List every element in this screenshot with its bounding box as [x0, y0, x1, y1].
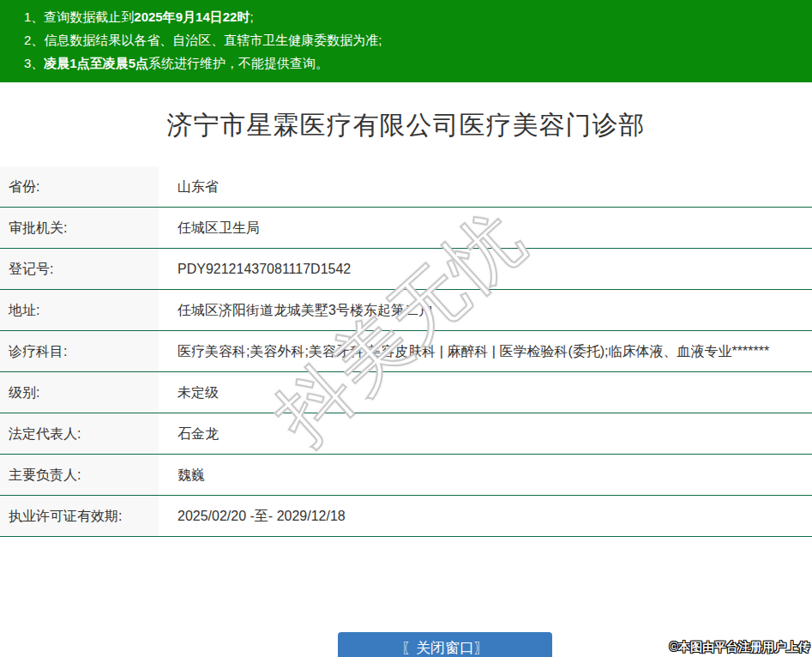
table-row-main-person-in-charge: 主要负责人: 魏巍: [0, 455, 812, 496]
notice-text: 查询数据截止到: [44, 9, 134, 24]
table-row-legal-representative: 法定代表人: 石金龙: [0, 413, 812, 455]
row-label: 法定代表人:: [0, 413, 159, 454]
row-label: 执业许可证有效期:: [0, 496, 159, 536]
notice-text: 系统进行维护，不能提供查询。: [148, 56, 328, 70]
row-value: 任城区济阳街道龙城美墅3号楼东起第二户: [159, 290, 812, 330]
row-value: 山东省: [159, 166, 812, 207]
row-value: 石金龙: [159, 413, 812, 454]
table-row-province: 省份: 山东省: [0, 166, 812, 208]
close-window-button[interactable]: 〖关闭窗口〗: [338, 632, 552, 657]
table-row-registration-number: 登记号: PDY92121437081117D1542: [0, 249, 812, 290]
row-value: 未定级: [159, 372, 812, 413]
copyright-watermark: ©本图由平台注册用户上传: [670, 640, 810, 655]
row-value: 2025/02/20 -至- 2029/12/18: [159, 496, 812, 536]
table-row-address: 地址: 任城区济阳街道龙城美墅3号楼东起第二户: [0, 290, 812, 331]
table-row-medical-subjects: 诊疗科目: 医疗美容科;美容外科;美容牙科;美容皮肤科 | 麻醉科 | 医学检验…: [0, 331, 812, 372]
notice-line-3: 3、凌晨1点至凌晨5点系统进行维护，不能提供查询。: [24, 51, 803, 75]
notice-number: 2、: [24, 33, 44, 47]
table-row-license-validity: 执业许可证有效期: 2025/02/20 -至- 2029/12/18: [0, 496, 812, 537]
notice-line-1: 1、查询数据截止到2025年9月14日22时;: [24, 5, 803, 28]
table-row-level: 级别: 未定级: [0, 372, 812, 413]
row-value: 魏巍: [159, 455, 812, 495]
page-title: 济宁市星霖医疗有限公司医疗美容门诊部: [0, 108, 812, 143]
row-label: 地址:: [0, 290, 159, 330]
notice-text-bold: 凌晨1点至凌晨5点: [44, 56, 148, 70]
row-label: 省份:: [0, 166, 159, 207]
notice-text: 信息数据结果以各省、自治区、直辖市卫生健康委数据为准;: [44, 33, 382, 47]
row-label: 级别:: [0, 372, 159, 413]
row-value: PDY92121437081117D1542: [159, 249, 812, 289]
notice-line-2: 2、信息数据结果以各省、自治区、直辖市卫生健康委数据为准;: [24, 28, 803, 51]
row-value: 医疗美容科;美容外科;美容牙科;美容皮肤科 | 麻醉科 | 医学检验科(委托);…: [159, 331, 812, 371]
notice-number: 3、: [24, 56, 44, 70]
notice-number: 1、: [24, 9, 44, 24]
notice-text: ;: [250, 9, 253, 24]
row-value: 任城区卫生局: [159, 208, 812, 248]
notice-text-bold: 2025年9月14日22时: [134, 9, 250, 24]
row-label: 主要负责人:: [0, 455, 159, 495]
table-row-approval-authority: 审批机关: 任城区卫生局: [0, 208, 812, 249]
row-label: 登记号:: [0, 249, 159, 289]
info-table: 省份: 山东省 审批机关: 任城区卫生局 登记号: PDY92121437081…: [0, 166, 812, 537]
row-label: 诊疗科目:: [0, 331, 159, 371]
notice-bar: 1、查询数据截止到2025年9月14日22时; 2、信息数据结果以各省、自治区、…: [0, 0, 812, 82]
row-label: 审批机关:: [0, 208, 159, 248]
